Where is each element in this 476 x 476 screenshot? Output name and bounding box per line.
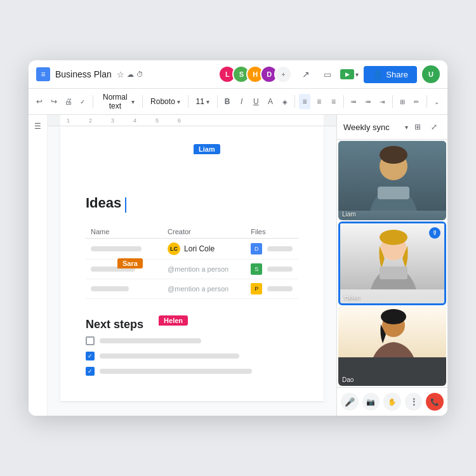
title-icons: ☆ ☁ ⏱ [117, 70, 143, 79]
video-tile-third: Dao [338, 307, 446, 386]
align-right-button[interactable]: ≡ [327, 94, 340, 109]
svg-rect-9 [380, 267, 407, 279]
mention-placeholder: @mention a person [168, 265, 228, 273]
outline-icon[interactable]: ☰ [32, 120, 44, 133]
slides-file-icon: P [251, 283, 262, 294]
row-placeholder [91, 286, 129, 291]
col-name: Name [86, 225, 162, 239]
checkbox-unchecked[interactable] [86, 336, 95, 345]
video-layout-button[interactable]: ⊞ [411, 120, 425, 134]
left-sidebar: ☰ [29, 115, 48, 416]
video-controls: 🎤 📷 ✋ ⋮ 📞 [337, 387, 447, 416]
checkbox-checked[interactable] [86, 367, 95, 376]
align-center-button[interactable]: ≡ [313, 94, 325, 109]
bullet-list-button[interactable]: ≔ [348, 94, 360, 109]
cursor-helen: Helen [159, 315, 188, 326]
svg-point-3 [380, 146, 407, 164]
formatting-toolbar: ↩ ↪ 🖨 ✓ Normal text Roboto 11 B I U A ◈ … [29, 89, 447, 115]
italic-button[interactable]: I [235, 94, 248, 109]
ideas-heading: Ideas [86, 195, 121, 211]
raise-hand-button[interactable]: ✋ [383, 393, 401, 411]
underline-button[interactable]: U [250, 94, 262, 109]
align-left-button[interactable]: ≡ [299, 94, 311, 109]
video-header: Weekly sync ▾ ⊞ ⤢ [337, 115, 447, 140]
ruler: 1 2 3 4 5 6 [48, 115, 336, 126]
document-scroll[interactable]: Liam Ideas Name Creator Files [48, 126, 336, 416]
document-page: Liam Ideas Name Creator Files [60, 126, 324, 401]
video-tile-helen: 🎙 Helen [338, 221, 446, 305]
font-dropdown[interactable]: Roboto [147, 96, 184, 107]
highlight-button[interactable]: ◈ [279, 94, 291, 109]
row-placeholder [91, 246, 142, 251]
third-name: Dao [342, 376, 354, 383]
checklist-item [86, 336, 298, 345]
creator-cell: LC Lori Cole [168, 242, 241, 255]
present-icon[interactable]: ▭ [320, 67, 335, 82]
meet-toggle[interactable]: ▶ ▾ [340, 69, 359, 79]
ruler-mark: 4 [133, 117, 136, 124]
expand-toolbar-button[interactable]: ⌄ [430, 94, 442, 109]
video-title: Weekly sync [343, 122, 402, 132]
ideas-section: Ideas [86, 177, 126, 219]
cursor-caret-liam [125, 197, 126, 213]
end-call-button[interactable]: 📞 [426, 393, 444, 411]
print-button[interactable]: 🖨 [62, 94, 74, 109]
bold-button[interactable]: B [221, 94, 234, 109]
user-avatar[interactable]: U [422, 65, 440, 83]
task-placeholder [100, 369, 252, 374]
people-icon: 👤 [373, 70, 383, 79]
creator-avatar: LC [168, 242, 180, 255]
number-list-button[interactable]: ≔ [362, 94, 374, 109]
toolbar-divider [93, 95, 93, 108]
app-window: Business Plan ☆ ☁ ⏱ L S H D + ↗ ▭ ▶ ▾ 👤 … [29, 60, 447, 416]
document-area: 1 2 3 4 5 6 Liam Ideas [48, 115, 336, 416]
style-dropdown[interactable]: Normal text [96, 91, 138, 112]
trending-icon[interactable]: ↗ [297, 65, 315, 83]
toolbar-divider [294, 95, 295, 108]
file-cell: D [251, 243, 293, 255]
docs-file-icon: D [251, 243, 262, 255]
insert-link-button[interactable]: ⊞ [396, 94, 408, 109]
liam-name: Liam [342, 211, 356, 218]
video-tiles: Liam [337, 140, 447, 387]
history-icon[interactable]: ⏱ [136, 70, 143, 78]
draw-button[interactable]: ✏ [411, 94, 423, 109]
third-avatar [338, 307, 446, 357]
svg-point-8 [380, 230, 407, 245]
creator-name: Lori Cole [184, 244, 215, 253]
undo-button[interactable]: ↩ [34, 94, 46, 109]
cloud-icon[interactable]: ☁ [127, 70, 134, 79]
mic-button[interactable]: 🎤 [341, 393, 359, 411]
task-placeholder [100, 354, 239, 359]
next-steps-section: Next steps Helen [86, 318, 298, 376]
title-bar: Business Plan ☆ ☁ ⏱ L S H D + ↗ ▭ ▶ ▾ 👤 … [29, 60, 447, 89]
ruler-mark: 2 [89, 117, 92, 124]
more-avatars[interactable]: + [274, 65, 292, 83]
text-color-button[interactable]: A [265, 94, 277, 109]
file-placeholder [267, 286, 293, 291]
camera-button[interactable]: 📷 [362, 393, 380, 411]
liam-avatar [338, 141, 446, 211]
checkbox-checked[interactable] [86, 352, 95, 360]
checklist [86, 336, 298, 376]
font-size-dropdown[interactable]: 11 [192, 96, 213, 107]
toolbar-divider [217, 95, 218, 108]
toolbar-divider [426, 95, 427, 108]
ruler-mark: 3 [111, 117, 114, 124]
ruler-mark: 5 [155, 117, 159, 124]
star-icon[interactable]: ☆ [117, 70, 124, 79]
file-placeholder [267, 246, 293, 251]
cursor-sara: Sara [117, 258, 143, 268]
redo-button[interactable]: ↪ [48, 94, 60, 109]
video-popout-button[interactable]: ⤢ [427, 120, 441, 134]
toolbar-divider [142, 95, 143, 108]
indent-button[interactable]: ⇥ [376, 94, 388, 109]
task-placeholder [100, 338, 201, 343]
spell-check-button[interactable]: ✓ [77, 94, 89, 109]
table-row: Sara @mention a person S [86, 260, 298, 279]
docs-icon [36, 67, 50, 81]
chevron-down-icon[interactable]: ▾ [405, 124, 408, 131]
share-button[interactable]: 👤 Share [364, 66, 417, 83]
video-panel: Weekly sync ▾ ⊞ ⤢ [336, 115, 447, 416]
more-options-button[interactable]: ⋮ [405, 393, 423, 411]
